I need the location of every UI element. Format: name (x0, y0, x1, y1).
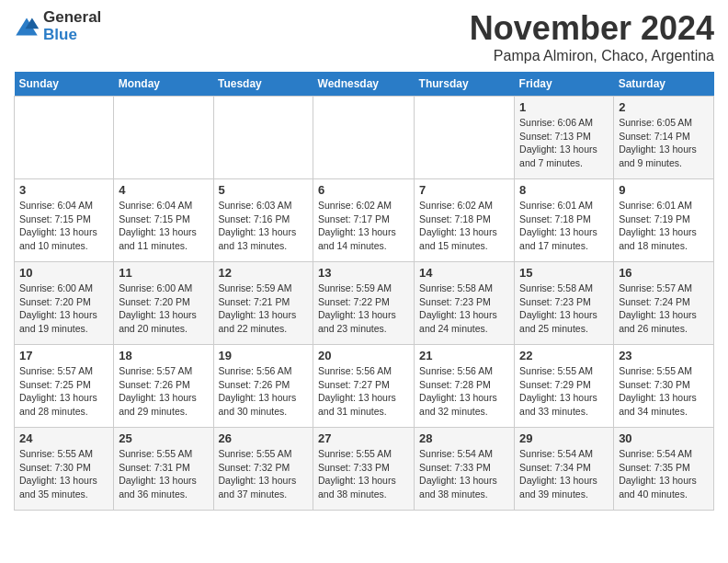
calendar-cell: 14Sunrise: 5:58 AMSunset: 7:23 PMDayligh… (415, 262, 515, 345)
cell-details: Sunrise: 5:55 AMSunset: 7:32 PMDaylight:… (219, 447, 309, 501)
calendar-cell: 15Sunrise: 5:58 AMSunset: 7:23 PMDayligh… (515, 262, 614, 345)
calendar-cell: 3Sunrise: 6:04 AMSunset: 7:15 PMDaylight… (15, 179, 114, 262)
calendar-week-row: 24Sunrise: 5:55 AMSunset: 7:30 PMDayligh… (15, 428, 714, 511)
cell-details: Sunrise: 5:59 AMSunset: 7:22 PMDaylight:… (318, 282, 409, 336)
calendar-cell: 27Sunrise: 5:55 AMSunset: 7:33 PMDayligh… (313, 428, 415, 511)
calendar-cell: 10Sunrise: 6:00 AMSunset: 7:20 PMDayligh… (15, 262, 114, 345)
calendar-cell: 1Sunrise: 6:06 AMSunset: 7:13 PMDaylight… (515, 97, 614, 179)
calendar-cell: 12Sunrise: 5:59 AMSunset: 7:21 PMDayligh… (213, 262, 313, 345)
cell-details: Sunrise: 6:06 AMSunset: 7:13 PMDaylight:… (519, 116, 609, 170)
day-number: 30 (619, 431, 709, 445)
calendar-cell (313, 97, 415, 179)
day-number: 14 (419, 266, 509, 280)
day-number: 27 (318, 431, 409, 445)
month-title: November 2024 (470, 9, 714, 48)
logo-blue: Blue (43, 27, 101, 44)
day-number: 24 (19, 431, 108, 445)
cell-details: Sunrise: 5:55 AMSunset: 7:30 PMDaylight:… (619, 364, 709, 419)
calendar-cell: 23Sunrise: 5:55 AMSunset: 7:30 PMDayligh… (614, 345, 714, 428)
cell-details: Sunrise: 6:04 AMSunset: 7:15 PMDaylight:… (19, 199, 108, 253)
weekday-header-saturday: Saturday (614, 72, 714, 97)
day-number: 17 (19, 349, 108, 362)
day-number: 16 (619, 266, 709, 280)
cell-details: Sunrise: 5:55 AMSunset: 7:33 PMDaylight:… (318, 447, 409, 501)
calendar-week-row: 17Sunrise: 5:57 AMSunset: 7:25 PMDayligh… (15, 345, 714, 428)
calendar-cell: 25Sunrise: 5:55 AMSunset: 7:31 PMDayligh… (114, 428, 213, 511)
calendar-cell (15, 97, 114, 179)
day-number: 1 (519, 100, 609, 114)
cell-details: Sunrise: 5:58 AMSunset: 7:23 PMDaylight:… (519, 282, 609, 336)
cell-details: Sunrise: 5:57 AMSunset: 7:24 PMDaylight:… (619, 282, 709, 336)
calendar-cell: 5Sunrise: 6:03 AMSunset: 7:16 PMDaylight… (213, 179, 313, 262)
cell-details: Sunrise: 5:56 AMSunset: 7:27 PMDaylight:… (318, 364, 409, 419)
calendar-cell: 29Sunrise: 5:54 AMSunset: 7:34 PMDayligh… (515, 428, 614, 511)
calendar-cell: 26Sunrise: 5:55 AMSunset: 7:32 PMDayligh… (213, 428, 313, 511)
calendar-cell: 24Sunrise: 5:55 AMSunset: 7:30 PMDayligh… (15, 428, 114, 511)
calendar-cell: 21Sunrise: 5:56 AMSunset: 7:28 PMDayligh… (415, 345, 515, 428)
cell-details: Sunrise: 5:54 AMSunset: 7:34 PMDaylight:… (519, 447, 609, 501)
cell-details: Sunrise: 5:57 AMSunset: 7:25 PMDaylight:… (19, 364, 108, 419)
cell-details: Sunrise: 6:03 AMSunset: 7:16 PMDaylight:… (219, 199, 309, 253)
logo-icon (14, 17, 40, 37)
day-number: 3 (19, 183, 108, 197)
weekday-header-friday: Friday (515, 72, 614, 97)
day-number: 11 (119, 266, 208, 280)
weekday-header-thursday: Thursday (415, 72, 515, 97)
logo: General Blue (14, 9, 101, 43)
cell-details: Sunrise: 6:00 AMSunset: 7:20 PMDaylight:… (19, 282, 108, 336)
day-number: 7 (419, 183, 509, 197)
calendar-cell: 30Sunrise: 5:54 AMSunset: 7:35 PMDayligh… (614, 428, 714, 511)
day-number: 4 (119, 183, 208, 197)
day-number: 29 (519, 431, 609, 445)
cell-details: Sunrise: 5:55 AMSunset: 7:31 PMDaylight:… (119, 447, 208, 501)
day-number: 21 (419, 349, 509, 362)
calendar-cell: 22Sunrise: 5:55 AMSunset: 7:29 PMDayligh… (515, 345, 614, 428)
calendar-week-row: 1Sunrise: 6:06 AMSunset: 7:13 PMDaylight… (15, 97, 714, 179)
day-number: 13 (318, 266, 409, 280)
cell-details: Sunrise: 6:02 AMSunset: 7:18 PMDaylight:… (419, 199, 509, 253)
day-number: 9 (619, 183, 709, 197)
day-number: 22 (519, 349, 609, 362)
day-number: 20 (318, 349, 409, 362)
day-number: 26 (219, 431, 309, 445)
cell-details: Sunrise: 6:01 AMSunset: 7:18 PMDaylight:… (519, 199, 609, 253)
weekday-header-tuesday: Tuesday (213, 72, 313, 97)
day-number: 28 (419, 431, 509, 445)
cell-details: Sunrise: 5:54 AMSunset: 7:33 PMDaylight:… (419, 447, 509, 501)
day-number: 10 (19, 266, 108, 280)
day-number: 15 (519, 266, 609, 280)
logo-general: General (43, 9, 101, 27)
weekday-header-row: SundayMondayTuesdayWednesdayThursdayFrid… (15, 72, 714, 97)
calendar-cell: 4Sunrise: 6:04 AMSunset: 7:15 PMDaylight… (114, 179, 213, 262)
calendar-cell: 7Sunrise: 6:02 AMSunset: 7:18 PMDaylight… (415, 179, 515, 262)
weekday-header-monday: Monday (114, 72, 213, 97)
cell-details: Sunrise: 5:55 AMSunset: 7:29 PMDaylight:… (519, 364, 609, 419)
day-number: 18 (119, 349, 208, 362)
cell-details: Sunrise: 5:56 AMSunset: 7:28 PMDaylight:… (419, 364, 509, 419)
calendar-cell: 17Sunrise: 5:57 AMSunset: 7:25 PMDayligh… (15, 345, 114, 428)
day-number: 2 (619, 100, 709, 114)
calendar-cell (114, 97, 213, 179)
cell-details: Sunrise: 6:00 AMSunset: 7:20 PMDaylight:… (119, 282, 208, 336)
cell-details: Sunrise: 5:59 AMSunset: 7:21 PMDaylight:… (219, 282, 309, 336)
calendar-cell: 28Sunrise: 5:54 AMSunset: 7:33 PMDayligh… (415, 428, 515, 511)
calendar-cell (415, 97, 515, 179)
calendar-table: SundayMondayTuesdayWednesdayThursdayFrid… (14, 72, 714, 511)
calendar-week-row: 3Sunrise: 6:04 AMSunset: 7:15 PMDaylight… (15, 179, 714, 262)
calendar-cell: 20Sunrise: 5:56 AMSunset: 7:27 PMDayligh… (313, 345, 415, 428)
cell-details: Sunrise: 5:55 AMSunset: 7:30 PMDaylight:… (19, 447, 108, 501)
calendar-cell: 2Sunrise: 6:05 AMSunset: 7:14 PMDaylight… (614, 97, 714, 179)
calendar-cell: 9Sunrise: 6:01 AMSunset: 7:19 PMDaylight… (614, 179, 714, 262)
cell-details: Sunrise: 5:54 AMSunset: 7:35 PMDaylight:… (619, 447, 709, 501)
weekday-header-wednesday: Wednesday (313, 72, 415, 97)
calendar-cell: 19Sunrise: 5:56 AMSunset: 7:26 PMDayligh… (213, 345, 313, 428)
day-number: 6 (318, 183, 409, 197)
day-number: 23 (619, 349, 709, 362)
day-number: 8 (519, 183, 609, 197)
weekday-header-sunday: Sunday (15, 72, 114, 97)
cell-details: Sunrise: 6:04 AMSunset: 7:15 PMDaylight:… (119, 199, 208, 253)
calendar-cell (213, 97, 313, 179)
day-number: 12 (219, 266, 309, 280)
location-subtitle: Pampa Almiron, Chaco, Argentina (470, 48, 714, 64)
calendar-cell: 13Sunrise: 5:59 AMSunset: 7:22 PMDayligh… (313, 262, 415, 345)
